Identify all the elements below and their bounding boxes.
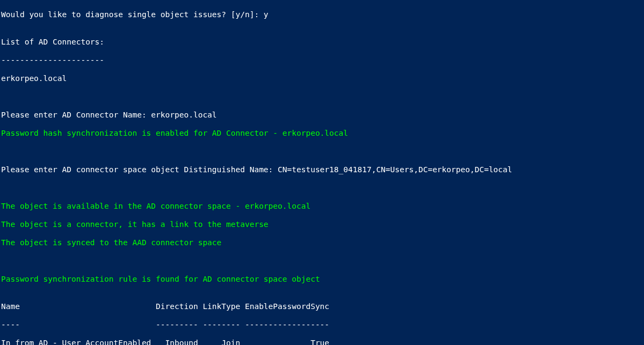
- connector-name-prompt: Please enter AD Connector Name: erkorpeo…: [1, 111, 644, 120]
- connectors-list-heading: List of AD Connectors:: [1, 38, 644, 47]
- table1-separator: ---- --------- -------- ----------------…: [1, 320, 644, 329]
- phs-enabled-message: Password hash synchronization is enabled…: [1, 129, 644, 138]
- sync-rule-ad-heading: Password synchronization rule is found f…: [1, 275, 644, 284]
- connector-item: erkorpeo.local: [1, 74, 644, 83]
- table1-header: Name Direction LinkType EnablePasswordSy…: [1, 302, 644, 311]
- object-connector-message: The object is a connector, it has a link…: [1, 220, 644, 229]
- diagnose-prompt: Would you like to diagnose single object…: [1, 10, 644, 19]
- dn-prompt: Please enter AD connector space object D…: [1, 165, 644, 174]
- object-available-message: The object is available in the AD connec…: [1, 202, 644, 211]
- separator-line: ----------------------: [1, 56, 644, 65]
- table1-row: In from AD - User AccountEnabled Inbound…: [1, 339, 644, 345]
- powershell-terminal[interactable]: Would you like to diagnose single object…: [0, 0, 644, 345]
- object-synced-message: The object is synced to the AAD connecto…: [1, 238, 644, 247]
